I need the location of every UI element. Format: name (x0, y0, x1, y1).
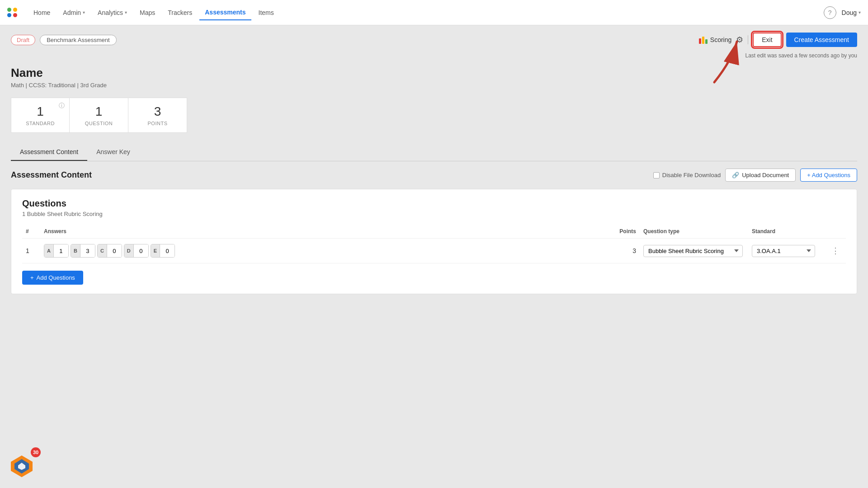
plus-icon: + (30, 274, 34, 281)
main-content: Name Math | CCSS: Traditional | 3rd Grad… (0, 59, 868, 301)
answer-input-d[interactable] (134, 244, 148, 257)
stat-label-question: QUESTION (83, 121, 114, 126)
answer-input-b[interactable] (80, 244, 95, 257)
upload-document-button[interactable]: 🔗 Upload Document (725, 169, 796, 182)
nav-link-home[interactable]: Home (28, 5, 56, 20)
add-questions-bottom-button[interactable]: + Add Questions (22, 271, 83, 285)
col-header-menu (825, 225, 846, 239)
answer-label-c: C (98, 244, 107, 257)
add-questions-top-button[interactable]: + Add Questions (800, 169, 857, 182)
scoring-icon (699, 36, 708, 44)
paperclip-icon: 🔗 (732, 172, 739, 178)
logo-dot-2 (13, 8, 17, 12)
questions-table: # Answers Points Question type Standard … (22, 225, 846, 263)
nav-link-analytics[interactable]: Analytics ▾ (92, 5, 132, 20)
chevron-down-icon: ▾ (125, 10, 127, 15)
disable-download-label[interactable]: Disable File Download (653, 172, 721, 178)
tab-assessment-content[interactable]: Assessment Content (11, 144, 87, 161)
answer-label-a: A (44, 244, 54, 257)
table-row: 1ABCDE3Bubble Sheet Rubric Scoring3.OA.A… (22, 239, 846, 263)
answer-box-b: B (71, 244, 95, 258)
toolbar-area: Draft Benchmark Assessment Scoring ⚙ Exi… (0, 25, 868, 59)
toolbar-top: Draft Benchmark Assessment Scoring ⚙ Exi… (11, 33, 857, 47)
nav-right: ? Doug ▾ (824, 6, 861, 19)
logo-dot-3 (7, 13, 11, 17)
col-header-num: # (22, 225, 40, 239)
toolbar-right: Scoring ⚙ Exit Create Assessment (699, 33, 857, 47)
logo-dots (7, 8, 17, 18)
standard-select[interactable]: 3.OA.A.1 (752, 245, 815, 257)
logo-dot-4 (13, 13, 17, 17)
answer-label-e: E (151, 244, 160, 257)
section-title: Assessment Content (11, 170, 92, 180)
nav-link-trackers[interactable]: Trackers (162, 5, 198, 20)
stat-label-points: POINTS (142, 121, 173, 126)
user-menu[interactable]: Doug ▾ (842, 9, 861, 16)
stat-card-standard: ⓘ 1 STANDARD (11, 98, 70, 133)
stats-row: ⓘ 1 STANDARD 1 QUESTION 3 POINTS (11, 98, 857, 133)
nav-link-admin[interactable]: Admin ▾ (57, 5, 90, 20)
table-header-row: # Answers Points Question type Standard (22, 225, 846, 239)
answers-cell: ABCDE (40, 239, 594, 263)
col-header-answers: Answers (40, 225, 594, 239)
settings-button[interactable]: ⚙ (736, 35, 743, 45)
page-subtitle: Math | CCSS: Traditional | 3rd Grade (11, 82, 857, 89)
stat-card-points: 3 POINTS (128, 98, 187, 133)
bar-green (705, 39, 708, 44)
answer-box-d: D (124, 244, 149, 258)
questions-card: Questions 1 Bubble Sheet Rubric Scoring … (11, 189, 857, 294)
page-title: Name (11, 66, 857, 80)
row-menu-button[interactable]: ⋮ (829, 246, 842, 256)
answer-input-a[interactable] (54, 244, 68, 257)
stat-number-standard: 1 (25, 104, 56, 119)
points-cell: 3 (594, 239, 640, 263)
benchmark-badge: Benchmark Assessment (40, 35, 116, 45)
questions-card-title: Questions (22, 198, 846, 209)
answer-input-c[interactable] (107, 244, 122, 257)
chevron-down-icon: ▾ (83, 10, 85, 15)
stat-number-points: 3 (142, 104, 173, 119)
col-header-points: Points (594, 225, 640, 239)
answer-box-a: A (44, 244, 69, 258)
section-actions: Disable File Download 🔗 Upload Document … (653, 169, 857, 182)
bar-yellow (702, 37, 704, 44)
row-menu-cell: ⋮ (825, 239, 846, 263)
navbar: Home Admin ▾ Analytics ▾ Maps Trackers A… (0, 0, 868, 25)
scoring-button[interactable]: Scoring (699, 36, 731, 44)
toolbar-left: Draft Benchmark Assessment (11, 35, 117, 45)
answer-label-b: B (71, 244, 80, 257)
exit-button[interactable]: Exit (753, 33, 781, 47)
bar-red (699, 38, 701, 44)
stat-label-standard: STANDARD (25, 121, 56, 126)
draft-badge: Draft (11, 35, 35, 45)
toolbar-divider (748, 35, 748, 44)
info-icon: ⓘ (59, 102, 65, 110)
question-type-cell: Bubble Sheet Rubric Scoring (640, 239, 748, 263)
nav-link-assessments[interactable]: Assessments (199, 5, 251, 20)
standard-cell: 3.OA.A.1 (748, 239, 825, 263)
create-assessment-button[interactable]: Create Assessment (786, 33, 857, 47)
answer-box-e: E (151, 244, 175, 258)
section-header: Assessment Content Disable File Download… (11, 169, 857, 182)
tab-answer-key[interactable]: Answer Key (87, 144, 139, 161)
stat-card-question: 1 QUESTION (70, 98, 128, 133)
last-edit-text: Last edit was saved a few seconds ago by… (11, 52, 857, 59)
nav-link-items[interactable]: Items (253, 5, 279, 20)
tabs-row: Assessment Content Answer Key (11, 144, 857, 161)
help-button[interactable]: ? (824, 6, 836, 19)
stat-number-question: 1 (83, 104, 114, 119)
nav-link-maps[interactable]: Maps (134, 5, 160, 20)
col-header-question-type: Question type (640, 225, 748, 239)
question-type-select[interactable]: Bubble Sheet Rubric Scoring (643, 245, 743, 257)
questions-card-sub: 1 Bubble Sheet Rubric Scoring (22, 211, 846, 217)
logo-dot-1 (7, 8, 11, 12)
answer-box-c: C (97, 244, 122, 258)
answer-label-d: D (124, 244, 134, 257)
question-number: 1 (22, 239, 40, 263)
disable-download-checkbox[interactable] (653, 172, 660, 178)
col-header-standard: Standard (748, 225, 825, 239)
user-chevron-icon: ▾ (859, 10, 861, 15)
nav-links: Home Admin ▾ Analytics ▾ Maps Trackers A… (28, 5, 824, 20)
nav-logo (7, 8, 17, 18)
answer-input-e[interactable] (160, 244, 175, 257)
